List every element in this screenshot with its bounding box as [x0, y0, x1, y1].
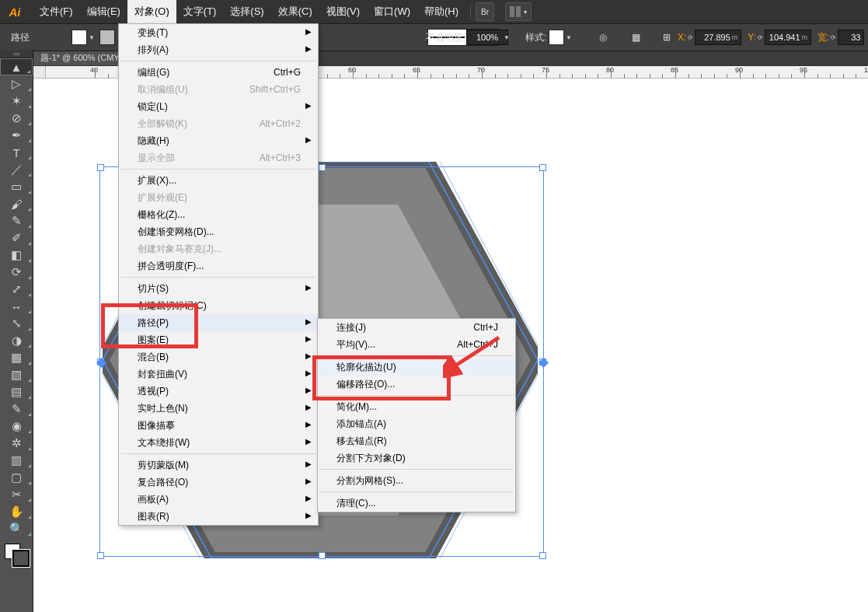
object-menu-dropdown[interactable]: 变换(T)▶排列(A)▶编组(G)Ctrl+G取消编组(U)Shift+Ctrl… [118, 23, 319, 526]
menu-item[interactable]: 编组(G)Ctrl+G [119, 64, 318, 81]
menu-帮助[interactable]: 帮助(H) [417, 0, 465, 23]
menu-item[interactable]: 简化(M)... [318, 398, 515, 415]
anchor-right[interactable] [539, 358, 549, 368]
gradient-tool[interactable]: ▤ [0, 383, 33, 400]
shape-builder-tool[interactable]: ◑ [0, 332, 33, 349]
menu-item[interactable]: 平均(V)...Alt+Ctrl+J [318, 336, 515, 353]
menu-item[interactable]: 图案(E)▶ [119, 331, 318, 348]
x-input[interactable]: 27.895m [695, 30, 741, 45]
stroke-color[interactable] [12, 550, 30, 567]
rectangle-tool[interactable]: ▭ [0, 178, 33, 195]
menu-item[interactable]: 轮廓化描边(U) [318, 358, 515, 376]
menu-item[interactable]: 路径(P)▶ [119, 314, 318, 331]
blob-tool[interactable]: ✐ [0, 229, 33, 247]
menu-编辑[interactable]: 编辑(E) [80, 0, 127, 23]
menu-item[interactable]: 锁定(L)▶ [119, 98, 318, 115]
direct-select-tool[interactable]: ▷ [0, 75, 33, 93]
menu-item[interactable]: 透视(P)▶ [119, 383, 318, 400]
submenu-arrow-icon: ▶ [305, 477, 312, 485]
zoom-tool[interactable]: 🔍 [0, 520, 33, 537]
menu-item[interactable]: 扩展(X)... [119, 172, 318, 189]
type-tool[interactable]: T [0, 144, 33, 161]
menu-item[interactable]: 创建裁切标记(C) [119, 297, 318, 314]
menu-选择[interactable]: 选择(S) [223, 0, 270, 23]
scale-tool[interactable]: ⤢ [0, 281, 33, 298]
rotate-tool[interactable]: ⟳ [0, 264, 33, 281]
paintbrush-tool[interactable]: 🖌 [0, 195, 33, 212]
menu-item[interactable]: 封套扭曲(V)▶ [119, 365, 318, 383]
stroke-swatch[interactable] [99, 30, 115, 45]
pencil-tool[interactable]: ✎ [0, 212, 33, 229]
menu-item[interactable]: 排列(A)▶ [119, 41, 318, 58]
menu-item-shortcut: Alt+Ctrl+J [457, 339, 498, 350]
perspective-tool[interactable]: ▦ [0, 349, 33, 366]
artboard-tool[interactable]: ▢ [0, 469, 33, 486]
column-graph-tool[interactable]: ▥ [0, 452, 33, 469]
menu-对象[interactable]: 对象(O) [127, 0, 176, 23]
ruler-origin[interactable] [33, 65, 46, 79]
menu-item-label: 扩展外观(E) [138, 191, 187, 205]
menu-item[interactable]: 实时上色(N)▶ [119, 400, 318, 417]
menu-item[interactable]: 清理(C)... [318, 495, 515, 512]
blend-tool[interactable]: ◉ [0, 418, 33, 435]
align-icon[interactable]: ▦ [626, 29, 645, 46]
hand-tool[interactable]: ✋ [0, 503, 33, 520]
menu-item[interactable]: 图表(R)▶ [119, 508, 318, 525]
menu-item[interactable]: 隐藏(H)▶ [119, 132, 318, 149]
menu-item[interactable]: 混合(B)▶ [119, 348, 318, 365]
handle-top-right[interactable] [539, 164, 546, 171]
eraser-tool[interactable]: ◧ [0, 247, 33, 264]
menu-item[interactable]: 复合路径(O)▶ [119, 474, 318, 491]
menu-item[interactable]: 栅格化(Z)... [119, 206, 318, 223]
arrange-documents-button[interactable] [505, 2, 532, 21]
menu-item[interactable]: 分割为网格(S)... [318, 472, 515, 489]
selection-tool[interactable]: ▲ [0, 58, 33, 75]
eyedropper-tool[interactable]: ✎ [0, 400, 33, 418]
menu-item[interactable]: 文本绕排(W)▶ [119, 434, 318, 451]
fill-stroke-swatches[interactable] [0, 540, 33, 567]
menu-窗口[interactable]: 窗口(W) [367, 0, 417, 23]
menu-item-label: 封套扭曲(V) [138, 368, 187, 381]
menu-item[interactable]: 创建渐变网格(D)... [119, 223, 318, 240]
bridge-button[interactable]: Br [476, 2, 494, 21]
mesh-tool[interactable]: ▧ [0, 366, 33, 383]
ruler-label: 100 [864, 66, 868, 74]
w-input[interactable]: 33 [838, 30, 864, 45]
menu-文字[interactable]: 文字(T) [176, 0, 224, 23]
menu-效果[interactable]: 效果(C) [271, 0, 319, 23]
menu-item[interactable]: 添加锚点(A) [318, 415, 515, 432]
recolor-icon[interactable]: ◎ [594, 29, 612, 46]
free-transform-tool[interactable]: ⤡ [0, 315, 33, 332]
magic-wand-tool[interactable]: ✶ [0, 93, 33, 110]
toolbox-collapse[interactable] [0, 50, 33, 58]
menu-item[interactable]: 变换(T)▶ [119, 24, 318, 41]
menu-视图[interactable]: 视图(V) [319, 0, 367, 23]
fill-swatch[interactable] [71, 30, 87, 45]
menu-item[interactable]: 图像描摹▶ [119, 417, 318, 434]
menu-item[interactable]: 偏移路径(O)... [318, 376, 515, 393]
submenu-arrow-icon: ▶ [305, 44, 312, 53]
menu-item[interactable]: 移去锚点(R) [318, 432, 515, 449]
symbol-sprayer-tool[interactable]: ✲ [0, 435, 33, 452]
menu-item[interactable]: 切片(S)▶ [119, 280, 318, 297]
y-input[interactable]: 104.941m [765, 30, 811, 45]
path-submenu-dropdown[interactable]: 连接(J)Ctrl+J平均(V)...Alt+Ctrl+J轮廓化描边(U)偏移路… [317, 318, 516, 512]
slice-tool[interactable]: ✂ [0, 486, 33, 503]
ai-logo: Ai [3, 0, 26, 23]
menu-item[interactable]: 连接(J)Ctrl+J [318, 319, 515, 336]
line-tool[interactable]: ／ [0, 161, 33, 178]
menu-item[interactable]: 剪切蒙版(M)▶ [119, 456, 318, 474]
menu-item[interactable]: 拼合透明度(F)... [119, 257, 318, 275]
pen-tool[interactable]: ✒ [0, 127, 33, 144]
menu-item[interactable]: 画板(A)▶ [119, 491, 318, 508]
menu-item[interactable]: 分割下方对象(D) [318, 449, 515, 467]
menu-文件[interactable]: 文件(F) [33, 0, 80, 23]
menu-item-shortcut: Alt+Ctrl+2 [260, 118, 301, 129]
opacity-input[interactable]: 100% [466, 30, 508, 45]
document-tab[interactable]: 题-1* @ 600% (CMY [33, 50, 127, 66]
lasso-tool[interactable]: ⊘ [0, 110, 33, 127]
handle-bottom-right[interactable] [539, 552, 546, 559]
transform-icon[interactable]: ⊞ [657, 29, 676, 46]
width-tool[interactable]: ↔ [0, 298, 33, 315]
style-swatch[interactable] [549, 30, 564, 45]
